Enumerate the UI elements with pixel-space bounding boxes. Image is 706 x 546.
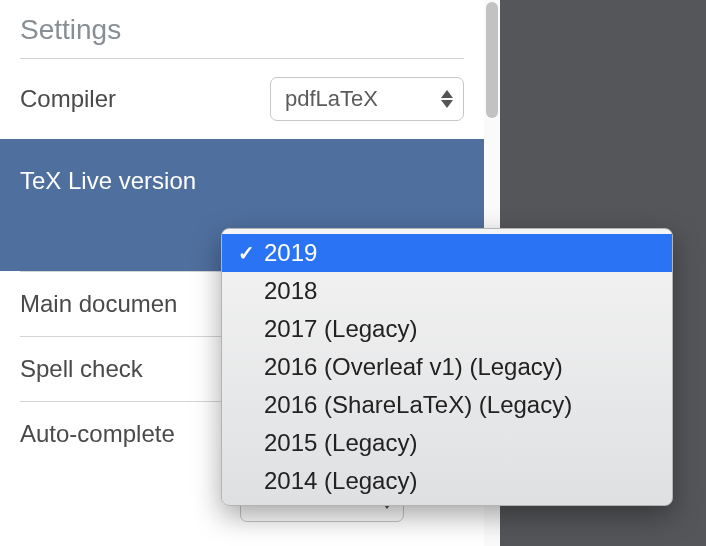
spell-check-label: Spell check bbox=[20, 355, 143, 383]
row-compiler: Compiler pdfLaTeX bbox=[0, 59, 484, 139]
dropdown-option[interactable]: 2018 bbox=[222, 272, 672, 310]
scrollbar-thumb[interactable] bbox=[486, 2, 498, 118]
dropdown-option-label: 2017 (Legacy) bbox=[260, 315, 417, 343]
dropdown-option[interactable]: 2017 (Legacy) bbox=[222, 310, 672, 348]
texlive-label: TeX Live version bbox=[20, 167, 196, 195]
settings-heading: Settings bbox=[0, 0, 484, 58]
dropdown-option-label: 2016 (Overleaf v1) (Legacy) bbox=[260, 353, 563, 381]
main-document-label: Main documen bbox=[20, 290, 177, 318]
compiler-value: pdfLaTeX bbox=[285, 86, 378, 112]
auto-complete-label: Auto-complete bbox=[20, 420, 175, 448]
compiler-label: Compiler bbox=[20, 85, 116, 113]
dropdown-option-label: 2014 (Legacy) bbox=[260, 467, 417, 495]
svg-marker-1 bbox=[441, 100, 453, 108]
compiler-select[interactable]: pdfLaTeX bbox=[270, 77, 464, 121]
svg-marker-0 bbox=[441, 90, 453, 98]
dropdown-option[interactable]: 2015 (Legacy) bbox=[222, 424, 672, 462]
dropdown-option[interactable]: 2014 (Legacy) bbox=[222, 462, 672, 500]
dropdown-option-label: 2015 (Legacy) bbox=[260, 429, 417, 457]
dropdown-option[interactable]: 2016 (ShareLaTeX) (Legacy) bbox=[222, 386, 672, 424]
dropdown-option[interactable]: 2016 (Overleaf v1) (Legacy) bbox=[222, 348, 672, 386]
select-stepper-icon bbox=[441, 90, 453, 108]
dropdown-option-label: 2016 (ShareLaTeX) (Legacy) bbox=[260, 391, 572, 419]
checkmark-icon: ✓ bbox=[232, 241, 260, 265]
texlive-dropdown[interactable]: ✓201920182017 (Legacy)2016 (Overleaf v1)… bbox=[221, 228, 673, 506]
dropdown-option-label: 2018 bbox=[260, 277, 317, 305]
dropdown-option-label: 2019 bbox=[260, 239, 317, 267]
dropdown-option[interactable]: ✓2019 bbox=[222, 234, 672, 272]
